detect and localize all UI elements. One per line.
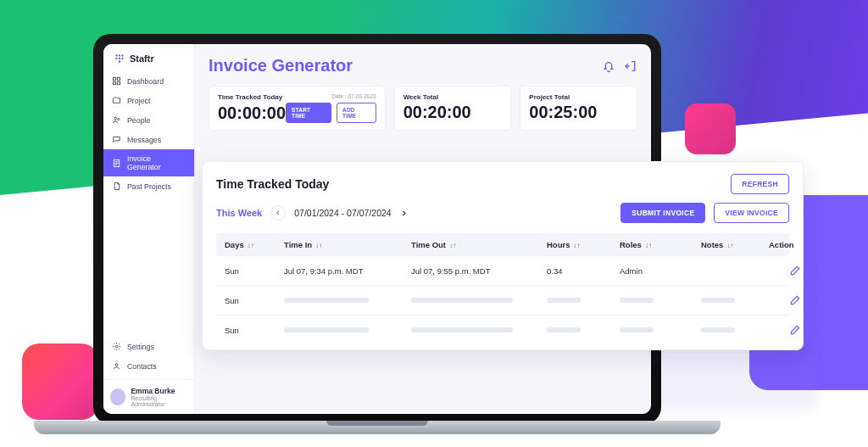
folder-icon xyxy=(112,96,121,105)
table-row: Sun Jul 07, 9:34 p.m. MDT Jul 07, 9:55 p… xyxy=(216,256,789,286)
sidebar-item-past-projects[interactable]: Past Projects xyxy=(103,176,194,196)
messages-icon xyxy=(112,135,121,144)
nav: Dashboard Project People Messages Invoic… xyxy=(103,71,194,333)
range-label[interactable]: This Week xyxy=(216,208,262,218)
card-time-today: Time Tracked Today Date : 07-08-2023 00:… xyxy=(209,86,386,131)
page-title: Invoice Generator xyxy=(209,56,353,75)
sidebar-item-invoice-generator[interactable]: Invoice Generator xyxy=(103,149,194,176)
sidebar-item-label: Contacts xyxy=(127,362,157,371)
refresh-button[interactable]: REFRESH xyxy=(731,174,789,194)
card-project-total: Project Total 00:25:00 xyxy=(520,86,637,131)
svg-point-3 xyxy=(115,58,117,59)
col-timein[interactable]: Time In↓↑ xyxy=(284,240,411,249)
gear-icon xyxy=(112,342,121,351)
svg-rect-10 xyxy=(117,81,120,84)
view-invoice-button[interactable]: VIEW INVOICE xyxy=(714,203,789,223)
sidebar-item-label: Project xyxy=(127,97,150,105)
card-value: 00:25:00 xyxy=(529,103,628,122)
cell-notes xyxy=(701,298,769,303)
edit-icon[interactable] xyxy=(789,294,801,306)
col-roles[interactable]: Roles↓↑ xyxy=(620,240,701,249)
laptop-base xyxy=(34,421,721,434)
card-label: Week Total xyxy=(403,93,503,101)
trash-icon[interactable] xyxy=(808,324,820,336)
add-time-button[interactable]: ADD TIME xyxy=(337,103,376,123)
skeleton xyxy=(701,298,735,303)
logout-icon[interactable] xyxy=(624,59,637,73)
cell-timein: Jul 07, 9:34 p.m. MDT xyxy=(284,266,411,276)
cell-day: Sun xyxy=(225,326,284,335)
svg-rect-9 xyxy=(113,81,115,84)
table-row: Sun xyxy=(216,286,789,316)
prev-week-button[interactable] xyxy=(270,205,286,221)
col-hours[interactable]: Hours↓↑ xyxy=(547,240,620,249)
sidebar-item-messages[interactable]: Messages xyxy=(103,130,194,149)
col-action: Action xyxy=(769,240,820,249)
brand-name: Staftr xyxy=(130,53,154,64)
sort-icon: ↓↑ xyxy=(449,242,456,249)
user-role: Recruiting Administrator xyxy=(131,395,187,407)
sidebar-item-dashboard[interactable]: Dashboard xyxy=(103,71,194,91)
sort-icon: ↓↑ xyxy=(726,242,733,249)
cell-timeout xyxy=(411,298,547,303)
trash-icon[interactable] xyxy=(808,265,820,277)
sidebar: Staftr Dashboard Project People Messag xyxy=(103,44,195,414)
edit-icon[interactable] xyxy=(789,324,801,336)
col-timeout[interactable]: Time Out↓↑ xyxy=(411,240,547,249)
sidebar-item-label: People xyxy=(127,116,150,125)
sort-icon: ↓↑ xyxy=(248,242,254,249)
brand-logo[interactable]: Staftr xyxy=(103,44,194,71)
svg-point-12 xyxy=(118,118,120,120)
cell-roles xyxy=(620,298,701,303)
cell-timeout: Jul 07, 9:55 p.m. MDT xyxy=(411,266,547,276)
trash-icon[interactable] xyxy=(808,294,820,306)
svg-rect-8 xyxy=(117,77,120,80)
chevron-right-icon[interactable] xyxy=(400,210,408,217)
edit-icon[interactable] xyxy=(789,265,801,277)
skeleton xyxy=(620,298,654,303)
skeleton xyxy=(284,327,369,332)
cell-roles xyxy=(620,327,701,332)
skeleton xyxy=(547,327,581,332)
sort-icon: ↓↑ xyxy=(645,242,652,249)
user-chip[interactable]: Emma Burke Recruiting Administrator xyxy=(103,379,194,414)
sidebar-item-contacts[interactable]: Contacts xyxy=(103,356,194,376)
table-header: Days↓↑ Time In↓↑ Time Out↓↑ Hours↓↑ Role… xyxy=(216,233,789,256)
logo-icon xyxy=(114,53,125,64)
card-week-total: Week Total 00:20:00 xyxy=(394,86,512,131)
svg-point-2 xyxy=(121,54,123,56)
submit-invoice-button[interactable]: SUBMIT INVOICE xyxy=(620,203,705,223)
sidebar-item-label: Invoice Generator xyxy=(127,154,186,171)
svg-point-6 xyxy=(119,60,120,62)
cell-notes xyxy=(701,327,769,332)
sidebar-item-label: Past Projects xyxy=(127,182,171,191)
card-date: Date : 07-08-2023 xyxy=(331,93,376,99)
svg-point-5 xyxy=(121,58,123,59)
sidebar-item-project[interactable]: Project xyxy=(103,91,194,110)
skeleton xyxy=(620,327,654,332)
document-icon xyxy=(112,182,121,191)
svg-point-14 xyxy=(115,345,118,348)
range-text: 07/01/2024 - 07/07/2024 xyxy=(294,208,391,218)
table-row: Sun xyxy=(216,316,789,344)
time-table: Days↓↑ Time In↓↑ Time Out↓↑ Hours↓↑ Role… xyxy=(216,233,789,344)
skeleton xyxy=(547,298,581,303)
col-notes[interactable]: Notes↓↑ xyxy=(701,240,769,249)
start-time-button[interactable]: START TIME xyxy=(286,103,331,123)
nav-bottom: Settings Contacts xyxy=(103,333,194,379)
svg-rect-7 xyxy=(113,77,115,80)
panel-title: Time Tracked Today xyxy=(216,177,329,191)
cell-day: Sun xyxy=(225,266,284,276)
skeleton xyxy=(284,298,369,303)
bell-icon[interactable] xyxy=(602,59,615,73)
card-value: 00:00:00 xyxy=(218,103,286,123)
cell-timein xyxy=(284,327,411,332)
dashboard-icon xyxy=(112,76,121,86)
sidebar-item-settings[interactable]: Settings xyxy=(103,337,194,356)
cell-hours xyxy=(547,298,620,303)
svg-point-0 xyxy=(115,54,117,56)
cell-hours xyxy=(547,327,620,332)
col-days[interactable]: Days↓↑ xyxy=(225,240,284,249)
sidebar-item-people[interactable]: People xyxy=(103,110,194,130)
cell-roles: Admin xyxy=(620,266,701,276)
